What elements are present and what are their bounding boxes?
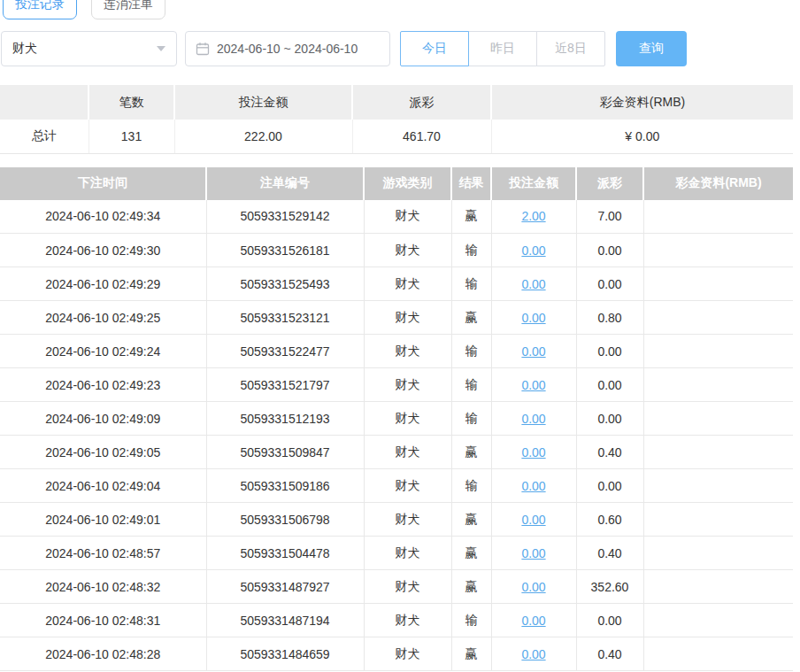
- table-row: 2024-06-10 02:48:315059331487194财犬输0.000…: [0, 604, 793, 637]
- table-row: 2024-06-10 02:49:345059331529142财犬赢2.007…: [0, 200, 793, 234]
- bonus-cell: [643, 537, 793, 570]
- bet-time-cell: 2024-06-10 02:48:57: [0, 537, 206, 570]
- bet-amount-link[interactable]: 0.00: [521, 614, 545, 628]
- date-range-picker[interactable]: 2024-06-10 ~ 2024-06-10: [185, 31, 390, 66]
- bet-amount-cell: 0.00: [491, 436, 576, 469]
- table-row: 2024-06-10 02:49:055059331509847财犬赢0.000…: [0, 436, 793, 469]
- bonus-cell: [643, 402, 793, 436]
- date-range-value: 2024-06-10 ~ 2024-06-10: [217, 42, 358, 56]
- bet-amount-link[interactable]: 0.00: [521, 243, 545, 258]
- bet-amount-link[interactable]: 0.00: [521, 412, 545, 426]
- bet-time-cell: 2024-06-10 02:49:34: [0, 200, 206, 234]
- bet-time-cell: 2024-06-10 02:49:24: [0, 335, 206, 368]
- result-cell: 输: [451, 335, 491, 368]
- table-row: 2024-06-10 02:49:095059331512193财犬输0.000…: [0, 402, 793, 436]
- header-bet-amount: 投注金额: [491, 167, 576, 200]
- game-type-cell: 财犬: [364, 267, 451, 301]
- bet-amount-link[interactable]: 0.00: [521, 277, 545, 291]
- bet-table-body: 2024-06-10 02:49:345059331529142财犬赢2.007…: [0, 200, 793, 671]
- bonus-cell: [643, 570, 793, 604]
- bet-time-cell: 2024-06-10 02:49:25: [0, 301, 206, 335]
- payout-cell: 7.00: [576, 200, 643, 234]
- table-row: 2024-06-10 02:49:015059331506798财犬赢0.000…: [0, 503, 793, 537]
- order-number-cell: 5059331484659: [206, 637, 364, 671]
- payout-cell: 0.00: [576, 604, 643, 637]
- header-order-number: 注单编号: [206, 167, 364, 200]
- bet-amount-link[interactable]: 0.00: [521, 513, 545, 527]
- summary-header-row: 笔数 投注金额 派彩 彩金资料(RMB): [0, 85, 793, 120]
- payout-cell: 0.60: [576, 503, 643, 537]
- table-row: 2024-06-10 02:48:325059331487927财犬赢0.003…: [0, 570, 793, 604]
- order-number-cell: 5059331522477: [206, 335, 364, 368]
- query-button[interactable]: 查询: [616, 31, 687, 66]
- bonus-cell: [643, 637, 793, 671]
- result-cell: 赢: [451, 537, 491, 570]
- tab-bet-records[interactable]: 投注记录: [3, 0, 77, 19]
- chevron-down-icon: [157, 46, 165, 51]
- order-number-cell: 5059331526181: [206, 234, 364, 267]
- game-type-cell: 财犬: [364, 503, 451, 537]
- summary-header-payout: 派彩: [352, 85, 491, 120]
- header-result: 结果: [451, 167, 491, 200]
- bet-table-header-row: 下注时间 注单编号 游戏类别 结果 投注金额 派彩 彩金资料(RMB): [0, 167, 793, 200]
- payout-cell: 0.40: [576, 637, 643, 671]
- header-bet-time: 下注时间: [0, 167, 206, 200]
- table-row: 2024-06-10 02:49:245059331522477财犬输0.000…: [0, 335, 793, 368]
- header-payout: 派彩: [576, 167, 643, 200]
- summary-total-count: 131: [88, 120, 174, 153]
- bet-amount-link[interactable]: 0.00: [521, 580, 545, 594]
- bet-amount-cell: 0.00: [491, 234, 576, 267]
- bet-amount-cell: 0.00: [491, 368, 576, 402]
- bet-amount-link[interactable]: 2.00: [521, 209, 545, 223]
- summary-header-bonus: 彩金资料(RMB): [491, 85, 793, 120]
- game-type-cell: 财犬: [364, 335, 451, 368]
- bonus-cell: [643, 436, 793, 469]
- bet-amount-link[interactable]: 0.00: [521, 311, 545, 325]
- bet-records-page: 投注记录 连消注单 财犬 2024-06-10 ~ 2024-06-10 今日 …: [0, 0, 800, 671]
- game-type-cell: 财犬: [364, 604, 451, 637]
- payout-cell: 0.00: [576, 234, 643, 267]
- header-game-type: 游戏类别: [364, 167, 451, 200]
- top-tabs: 投注记录 连消注单: [3, 0, 800, 19]
- bet-amount-link[interactable]: 0.00: [521, 344, 545, 359]
- filter-bar: 财犬 2024-06-10 ~ 2024-06-10 今日 昨日 近8日 查询: [1, 31, 800, 66]
- result-cell: 输: [451, 368, 491, 402]
- order-number-cell: 5059331523121: [206, 301, 364, 335]
- payout-cell: 0.00: [576, 469, 643, 503]
- bet-time-cell: 2024-06-10 02:49:29: [0, 267, 206, 301]
- bet-amount-link[interactable]: 0.00: [521, 647, 545, 661]
- game-type-cell: 财犬: [364, 637, 451, 671]
- bet-amount-cell: 0.00: [491, 267, 576, 301]
- game-type-cell: 财犬: [364, 436, 451, 469]
- bet-amount-cell: 0.00: [491, 503, 576, 537]
- payout-cell: 352.60: [576, 570, 643, 604]
- bet-amount-link[interactable]: 0.00: [521, 479, 545, 493]
- payout-cell: 0.00: [576, 402, 643, 436]
- order-number-cell: 5059331504478: [206, 537, 364, 570]
- bonus-cell: [643, 368, 793, 402]
- yesterday-button[interactable]: 昨日: [468, 31, 537, 66]
- bet-amount-cell: 0.00: [491, 402, 576, 436]
- bet-amount-link[interactable]: 0.00: [521, 378, 545, 392]
- today-button[interactable]: 今日: [400, 31, 469, 66]
- payout-cell: 0.00: [576, 368, 643, 402]
- table-row: 2024-06-10 02:48:285059331484659财犬赢0.000…: [0, 637, 793, 671]
- last-8-days-button[interactable]: 近8日: [536, 31, 605, 66]
- bet-amount-link[interactable]: 0.00: [521, 546, 545, 560]
- bet-table: 下注时间 注单编号 游戏类别 结果 投注金额 派彩 彩金资料(RMB) 2024…: [0, 167, 793, 672]
- bonus-cell: [643, 604, 793, 637]
- game-select-value: 财犬: [12, 41, 37, 57]
- game-select[interactable]: 财犬: [1, 31, 177, 66]
- bet-time-cell: 2024-06-10 02:49:30: [0, 234, 206, 267]
- bet-amount-link[interactable]: 0.00: [521, 445, 545, 460]
- order-number-cell: 5059331506798: [206, 503, 364, 537]
- bonus-cell: [643, 301, 793, 335]
- payout-cell: 0.00: [576, 267, 643, 301]
- result-cell: 输: [451, 469, 491, 503]
- table-row: 2024-06-10 02:49:255059331523121财犬赢0.000…: [0, 301, 793, 335]
- tab-cancelled-orders[interactable]: 连消注单: [91, 0, 165, 19]
- bet-amount-cell: 0.00: [491, 637, 576, 671]
- order-number-cell: 5059331487194: [206, 604, 364, 637]
- result-cell: 赢: [451, 570, 491, 604]
- bet-amount-cell: 2.00: [491, 200, 576, 234]
